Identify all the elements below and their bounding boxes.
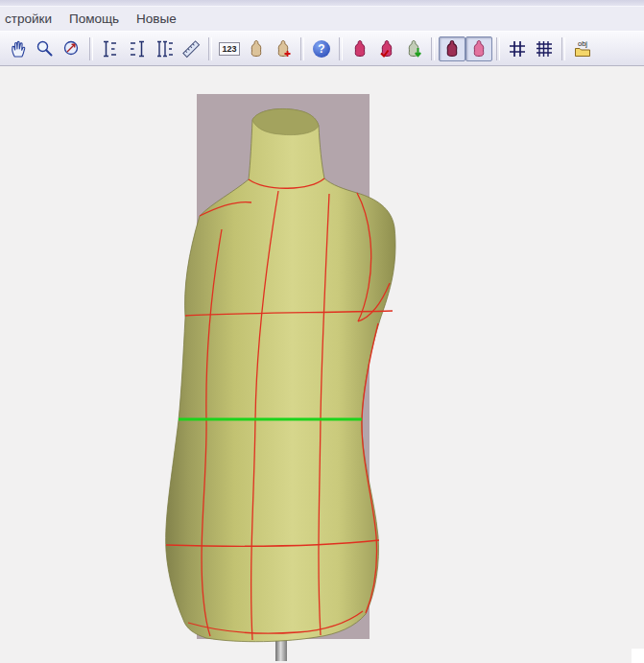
dress-form-pink-icon: [468, 38, 489, 59]
hand-icon: [8, 38, 29, 59]
magnifier-icon: [35, 38, 56, 59]
vertical-ruler-icon: [100, 38, 121, 59]
menu-item-new[interactable]: Новые: [133, 10, 179, 28]
toolbar-separator: [561, 37, 565, 60]
zoom-extents-button[interactable]: [59, 36, 85, 61]
mannequin-tan-icon: [246, 38, 267, 59]
zoom-tool-button[interactable]: [32, 36, 59, 61]
svg-text:obj: obj: [578, 39, 587, 48]
magnifier-arrow-icon: [61, 38, 83, 59]
dress-form-dark-icon: [441, 38, 463, 59]
dress-form-red-button[interactable]: [346, 36, 373, 61]
app-window: стройки Помощь Новые: [0, 0, 644, 663]
toolbar-separator: [431, 37, 435, 60]
titlebar-strip: [0, 0, 644, 7]
dress-form-pink-button[interactable]: [465, 36, 492, 61]
toolbar: 123 ?: [0, 31, 644, 66]
ruler-tool-button[interactable]: [178, 36, 204, 61]
123-icon: 123: [219, 42, 239, 56]
obj-file-button[interactable]: obj: [569, 36, 596, 61]
dimensions-123-button[interactable]: 123: [216, 36, 243, 61]
mannequin-add-icon: [273, 38, 294, 59]
help-button[interactable]: ?: [308, 36, 335, 61]
viewport-3d[interactable]: [0, 66, 644, 663]
dress-form-arrow-icon: [403, 38, 424, 59]
vertical-ruler-3-icon: [154, 38, 175, 59]
measure-vertical-1-button[interactable]: [97, 36, 124, 61]
dress-form-red-icon: [349, 38, 370, 59]
measure-vertical-2-button[interactable]: [124, 36, 151, 61]
toolbar-separator: [339, 37, 343, 60]
menu-item-help[interactable]: Помощь: [66, 10, 122, 28]
menu-item-settings[interactable]: стройки: [2, 10, 55, 28]
dress-form-export-button[interactable]: [400, 36, 427, 61]
toolbar-separator: [496, 37, 500, 60]
pan-tool-button[interactable]: [5, 36, 32, 61]
vertical-ruler-2-icon: [127, 38, 148, 59]
mannequin-tool-button[interactable]: [243, 36, 270, 61]
dress-form-dark-button[interactable]: [439, 36, 465, 61]
grid-dense-icon: [534, 38, 555, 59]
grid-dense-button[interactable]: [531, 36, 558, 61]
grid-button[interactable]: [504, 36, 531, 61]
grid-icon: [507, 38, 528, 59]
dress-form-check-icon: [376, 38, 397, 59]
menubar: стройки Помощь Новые: [0, 7, 644, 31]
measure-vertical-3-button[interactable]: [151, 36, 178, 61]
resize-grip[interactable]: [632, 649, 644, 663]
toolbar-separator: [300, 37, 304, 60]
obj-file-icon: obj: [572, 38, 593, 59]
toolbar-separator: [208, 37, 212, 60]
scene-svg: [0, 66, 644, 663]
dress-form-check-button[interactable]: [373, 36, 400, 61]
toolbar-separator: [89, 37, 93, 60]
diagonal-ruler-icon: [180, 38, 202, 59]
mannequin-add-button[interactable]: [270, 36, 297, 61]
help-icon: ?: [313, 40, 330, 58]
